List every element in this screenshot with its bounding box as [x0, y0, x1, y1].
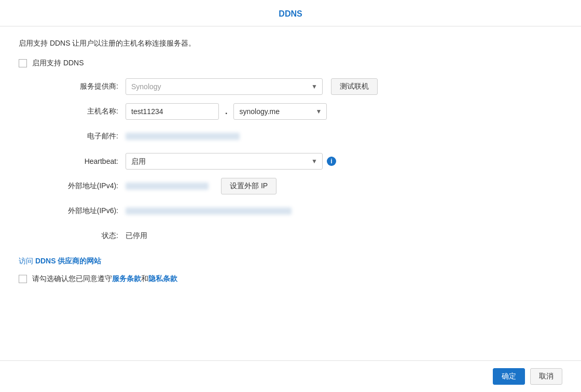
visit-link-row: 访问 DDNS 供应商的网站	[19, 257, 562, 266]
privacy-terms-link[interactable]: 隐私条款	[148, 274, 177, 283]
status-label: 状态:	[32, 231, 126, 241]
heartbeat-select-wrapper: 启用 停用 ▼	[126, 153, 323, 170]
enable-ddns-row: 启用支持 DDNS	[19, 59, 562, 68]
dialog-title: DDNS	[0, 9, 581, 19]
status-value: 已停用	[126, 231, 147, 241]
heartbeat-row: Heartbeat: 启用 停用 ▼ i	[32, 153, 562, 170]
hostname-row: 主机名称: . synology.me ▼	[32, 103, 562, 120]
visit-ddns-link-text: DDNS 供应商的网站	[35, 257, 102, 265]
service-terms-link[interactable]: 服务条款	[112, 274, 141, 283]
email-label: 电子邮件:	[32, 132, 126, 141]
visit-prefix: 访问	[19, 257, 35, 265]
email-row: 电子邮件:	[32, 128, 562, 145]
dialog-body: 启用支持 DDNS 让用户以注册的主机名称连接服务器。 启用支持 DDNS 服务…	[0, 26, 581, 360]
tos-and: 和	[141, 274, 148, 283]
tos-checkbox[interactable]	[19, 275, 27, 283]
confirm-button[interactable]: 确定	[493, 368, 525, 385]
heartbeat-control: 启用 停用 ▼ i	[126, 153, 562, 170]
status-control: 已停用	[126, 231, 562, 241]
service-provider-select[interactable]: Synology	[126, 78, 323, 95]
dot-separator: .	[223, 107, 229, 116]
ddns-dialog: DDNS 启用支持 DDNS 让用户以注册的主机名称连接服务器。 启用支持 DD…	[0, 0, 581, 392]
domain-select[interactable]: synology.me	[233, 103, 327, 120]
heartbeat-label: Heartbeat:	[32, 157, 126, 165]
heartbeat-select[interactable]: 启用 停用	[126, 153, 323, 170]
service-provider-row: 服务提供商: Synology ▼ 测试联机	[32, 78, 562, 95]
enable-ddns-checkbox[interactable]	[19, 59, 27, 67]
ipv4-control: 设置外部 IP	[126, 178, 562, 194]
visit-ddns-link[interactable]: 访问 DDNS 供应商的网站	[19, 257, 101, 265]
ipv6-row: 外部地址(IPv6):	[32, 203, 562, 219]
ipv4-value-blurred	[126, 183, 209, 190]
hostname-input[interactable]	[126, 103, 219, 120]
service-provider-label: 服务提供商:	[32, 82, 126, 91]
cancel-button[interactable]: 取消	[530, 368, 562, 385]
set-ip-btn-wrapper: 设置外部 IP	[221, 178, 276, 194]
ipv6-value-blurred	[126, 207, 292, 215]
domain-select-wrapper: synology.me ▼	[233, 103, 327, 120]
dialog-header: DDNS	[0, 0, 581, 26]
intro-text: 启用支持 DDNS 让用户以注册的主机名称连接服务器。	[19, 39, 562, 48]
form-section: 服务提供商: Synology ▼ 测试联机 主机名称: .	[19, 78, 562, 244]
heartbeat-info-icon[interactable]: i	[327, 157, 336, 166]
hostname-label: 主机名称:	[32, 107, 126, 116]
ipv6-label: 外部地址(IPv6):	[32, 206, 126, 216]
dialog-footer: 确定 取消	[0, 360, 581, 392]
tos-prefix: 请勾选确认您已同意遵守	[32, 274, 112, 283]
ipv6-control	[126, 207, 562, 215]
email-control	[126, 133, 562, 140]
ipv4-label: 外部地址(IPv4):	[32, 181, 126, 191]
test-connection-button[interactable]: 测试联机	[331, 78, 378, 95]
tos-text: 请勾选确认您已同意遵守服务条款和隐私条款	[32, 274, 177, 284]
service-provider-select-wrapper: Synology ▼	[126, 78, 323, 95]
enable-ddns-checkbox-label[interactable]: 启用支持 DDNS	[19, 59, 84, 68]
service-provider-control: Synology ▼ 测试联机	[126, 78, 562, 95]
email-value-blurred	[126, 133, 240, 140]
hostname-control: . synology.me ▼	[126, 103, 562, 120]
status-row: 状态: 已停用	[32, 228, 562, 244]
tos-row: 请勾选确认您已同意遵守服务条款和隐私条款	[19, 274, 562, 284]
enable-ddns-label: 启用支持 DDNS	[32, 59, 84, 68]
set-external-ip-button[interactable]: 设置外部 IP	[221, 178, 276, 194]
ipv4-row: 外部地址(IPv4): 设置外部 IP	[32, 178, 562, 194]
